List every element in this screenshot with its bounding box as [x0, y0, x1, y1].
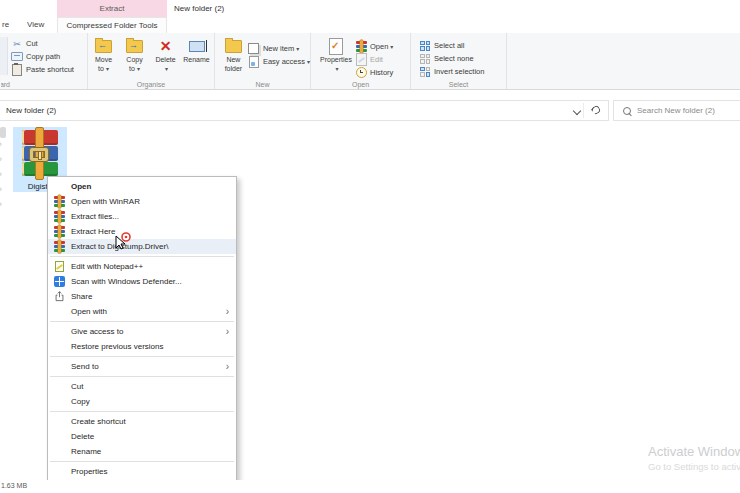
select-all-button[interactable]: Select all [419, 39, 506, 52]
tab-view[interactable]: View [27, 17, 44, 33]
paste-shortcut-button[interactable]: Paste shortcut [11, 63, 74, 76]
history-icon [355, 67, 367, 78]
search-input[interactable] [637, 106, 737, 115]
search-box[interactable] [613, 100, 740, 121]
address-bar[interactable]: New folder (2) [0, 100, 609, 121]
menu-item-scan-with-defender[interactable]: Scan with Windows Defender... [48, 274, 236, 289]
edit-icon [355, 53, 367, 66]
select-none-icon [419, 54, 431, 64]
delete-button[interactable]: ✕ Delete ▾ [150, 36, 181, 80]
ribbon: ✂ Cut Copy path Paste shortcut Clipboard… [0, 33, 740, 90]
menu-item-give-access-to[interactable]: Give access to › [48, 324, 236, 339]
menu-item-edit-with-notepad[interactable]: Edit with Notepad++ [48, 259, 236, 274]
copy-path-button[interactable]: Copy path [11, 50, 74, 63]
address-path[interactable]: New folder (2) [6, 101, 56, 120]
menu-separator [50, 356, 234, 357]
ribbon-filler [507, 33, 740, 89]
new-item-icon [248, 43, 260, 54]
edit-button[interactable]: Edit [355, 53, 393, 66]
history-button[interactable]: History [355, 66, 393, 79]
copy-to-icon: → [126, 36, 143, 56]
menu-item-extract-here[interactable]: Extract Here [48, 224, 236, 239]
menu-item-cut[interactable]: Cut [48, 379, 236, 394]
submenu-arrow-icon: › [226, 307, 229, 317]
ribbon-group-select: Select all Select none Invert selection … [411, 33, 507, 89]
menu-item-rename[interactable]: Rename [48, 444, 236, 459]
menu-item-copy[interactable]: Copy [48, 394, 236, 409]
winrar-icon [53, 241, 65, 253]
new-folder-button[interactable]: New folder [219, 36, 248, 80]
select-all-icon [419, 41, 431, 51]
cut-icon: ✂ [11, 39, 23, 49]
properties-icon: ✓ [329, 36, 343, 56]
invert-selection-icon [419, 67, 431, 77]
dropdown-caret-icon: ▾ [165, 66, 168, 72]
refresh-icon[interactable] [591, 105, 602, 116]
easy-access-icon [248, 56, 260, 68]
contextual-tab-header: Extract [57, 0, 167, 17]
new-group-label: New [215, 81, 310, 88]
search-icon [623, 107, 631, 115]
paste-button-partial[interactable] [0, 37, 8, 75]
menu-separator [50, 256, 234, 257]
menu-separator [50, 321, 234, 322]
status-bar: 1.63 MB [0, 480, 740, 493]
open-button[interactable]: Open ▾ [355, 40, 393, 53]
busy-cursor-icon [113, 232, 133, 252]
menu-item-send-to[interactable]: Send to › [48, 359, 236, 374]
dropdown-caret-icon: ▾ [307, 58, 310, 65]
submenu-arrow-icon: › [226, 362, 229, 372]
menu-item-share[interactable]: Share [48, 289, 236, 304]
tree-expand-icon[interactable]: › [0, 185, 2, 194]
copy-to-button[interactable]: → Copy to▾ [119, 36, 150, 80]
title-bar: Extract New folder (2) [0, 0, 740, 17]
dropdown-caret-icon: ▾ [335, 66, 338, 72]
dropdown-caret-icon: ▾ [106, 66, 109, 72]
menu-item-extract-to[interactable]: Extract to Digistump.Driver\ [48, 239, 236, 254]
menu-item-restore-previous-versions[interactable]: Restore previous versions [48, 339, 236, 354]
submenu-arrow-icon: › [226, 327, 229, 337]
move-to-icon: ← [95, 36, 112, 56]
new-item-button[interactable]: New item ▾ [248, 42, 310, 55]
menu-item-extract-files[interactable]: Extract files... [48, 209, 236, 224]
context-menu: Open Open with WinRAR Extract files... E… [47, 176, 237, 482]
select-none-button[interactable]: Select none [419, 52, 506, 65]
dropdown-caret-icon: ▾ [137, 66, 140, 72]
menu-item-delete[interactable]: Delete [48, 429, 236, 444]
ribbon-group-open: ✓ Properties ▾ Open ▾ Edit H [311, 33, 411, 89]
easy-access-button[interactable]: Easy access ▾ [248, 55, 310, 68]
tree-expand-icon[interactable]: › [0, 155, 2, 164]
menu-item-properties[interactable]: Properties [48, 464, 236, 479]
address-dropdown-icon[interactable] [573, 107, 581, 115]
properties-button[interactable]: ✓ Properties ▾ [317, 36, 355, 80]
rename-button[interactable]: Rename [181, 36, 212, 80]
windows-defender-icon [53, 276, 65, 288]
move-to-button[interactable]: ← Move to▾ [88, 36, 119, 80]
menu-item-create-shortcut[interactable]: Create shortcut [48, 414, 236, 429]
menu-item-open-with-winrar[interactable]: Open with WinRAR [48, 194, 236, 209]
tree-expand-icon[interactable]: › [0, 200, 2, 209]
dropdown-caret-icon: ▾ [390, 43, 393, 50]
menu-separator [50, 376, 234, 377]
menu-separator [50, 461, 234, 462]
tab-compressed-folder-tools[interactable]: Compressed Folder Tools [57, 17, 167, 33]
menu-separator [50, 411, 234, 412]
tab-share-partial[interactable]: re [2, 17, 9, 33]
notepad-plus-plus-icon [53, 261, 65, 273]
winrar-open-icon [355, 41, 367, 52]
paste-shortcut-icon [11, 64, 23, 76]
tree-expand-icon[interactable]: › [0, 140, 2, 149]
cut-button[interactable]: ✂ Cut [11, 37, 74, 50]
winrar-icon [53, 196, 65, 208]
invert-selection-button[interactable]: Invert selection [419, 65, 506, 78]
menu-item-open-with[interactable]: Open with › [48, 304, 236, 319]
winrar-icon [53, 226, 65, 238]
tree-expand-icon[interactable]: › [0, 170, 2, 179]
winrar-icon [53, 211, 65, 223]
ribbon-group-new: New folder New item ▾ Easy access ▾ New [215, 33, 311, 89]
ribbon-tab-row: re View Compressed Folder Tools [0, 17, 740, 33]
open-group-label: Open [311, 81, 410, 88]
activate-windows-watermark: Activate Windows [648, 444, 740, 459]
organise-group-label: Organise [88, 81, 214, 88]
menu-item-open[interactable]: Open [48, 179, 236, 194]
